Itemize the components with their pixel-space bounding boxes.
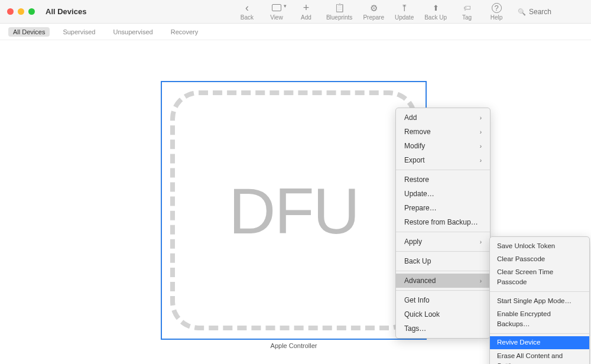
- close-window-button[interactable]: [7, 8, 14, 15]
- filter-all-devices[interactable]: All Devices: [8, 27, 50, 37]
- menu-tags[interactable]: Tags…: [396, 321, 490, 336]
- filter-bar: All Devices Supervised Unsupervised Reco…: [0, 24, 591, 40]
- menu-separator: [396, 170, 490, 170]
- submenu-save-unlock[interactable]: Save Unlock Token: [490, 239, 589, 252]
- menu-quick-look-label: Quick Look: [404, 309, 440, 320]
- blueprints-label: Blueprints: [326, 14, 352, 21]
- submenu-encrypted-backups[interactable]: Enable Encrypted Backups…: [490, 307, 589, 331]
- submenu-revive-label: Revive Device: [497, 337, 541, 347]
- chevron-right-icon: ›: [480, 238, 482, 246]
- submenu-clear-screen-time-label: Clear Screen Time Passcode: [497, 267, 582, 288]
- submenu-erase-label: Erase All Content and Settings: [497, 351, 582, 365]
- menu-apply[interactable]: Apply ›: [396, 235, 490, 249]
- menu-backup[interactable]: Back Up: [396, 254, 490, 268]
- submenu-single-app[interactable]: Start Single App Mode…: [490, 294, 589, 307]
- tag-button[interactable]: Tag: [454, 2, 480, 22]
- filter-unsupervised[interactable]: Unsupervised: [108, 27, 157, 37]
- context-menu: Add › Remove › Modify › Export › Restore…: [395, 108, 491, 339]
- blueprint-icon: [335, 3, 345, 13]
- back-button[interactable]: Back: [234, 2, 260, 22]
- maximize-window-button[interactable]: [28, 8, 35, 15]
- menu-advanced-label: Advanced: [404, 275, 436, 286]
- search-icon: [518, 8, 526, 16]
- minimize-window-button[interactable]: [18, 8, 24, 15]
- menu-update-label: Update…: [404, 188, 434, 199]
- tag-label: Tag: [462, 14, 472, 21]
- chevron-right-icon: ›: [480, 142, 482, 151]
- menu-separator: [490, 291, 589, 292]
- backup-button[interactable]: Back Up: [421, 2, 450, 22]
- menu-separator: [396, 251, 490, 252]
- plus-icon: [303, 3, 310, 13]
- update-label: Update: [395, 14, 414, 21]
- back-label: Back: [241, 14, 254, 21]
- submenu-erase-all[interactable]: Erase All Content and Settings: [490, 349, 589, 364]
- filter-recovery[interactable]: Recovery: [166, 27, 203, 37]
- submenu-single-app-label: Start Single App Mode…: [497, 296, 571, 306]
- chevron-right-icon: ›: [480, 128, 482, 136]
- gear-icon: [370, 3, 378, 13]
- menu-get-info[interactable]: Get Info: [396, 293, 490, 307]
- menu-apply-label: Apply: [404, 236, 422, 247]
- menu-restore-backup-label: Restore from Backup…: [404, 217, 478, 228]
- menu-remove-label: Remove: [404, 126, 431, 137]
- view-label: View: [270, 14, 283, 21]
- chevron-left-icon: [245, 3, 249, 13]
- advanced-submenu: Save Unlock Token Clear Passcode Clear S…: [489, 236, 590, 364]
- menu-separator: [396, 271, 490, 271]
- backup-icon: [433, 3, 439, 13]
- prepare-label: Prepare: [363, 14, 384, 21]
- window-title: All Devices: [46, 7, 86, 16]
- chevron-right-icon: ›: [480, 277, 482, 285]
- chevron-right-icon: ›: [480, 113, 482, 122]
- help-icon: [492, 3, 502, 13]
- menu-separator: [396, 232, 490, 232]
- menu-prepare-label: Prepare…: [404, 203, 437, 213]
- menu-get-info-label: Get Info: [404, 295, 430, 306]
- device-placeholder: DFU: [170, 90, 417, 330]
- submenu-clear-screen-time[interactable]: Clear Screen Time Passcode: [490, 266, 589, 290]
- menu-prepare[interactable]: Prepare…: [396, 201, 490, 215]
- help-label: Help: [491, 14, 503, 21]
- traffic-lights: [7, 8, 35, 15]
- menu-add[interactable]: Add ›: [396, 110, 490, 125]
- tag-icon: [463, 3, 471, 13]
- add-button[interactable]: Add: [293, 2, 319, 22]
- menu-export[interactable]: Export ›: [396, 153, 490, 167]
- submenu-encrypted-backups-label: Enable Encrypted Backups…: [497, 309, 582, 330]
- menu-restore-label: Restore: [404, 174, 429, 185]
- view-button[interactable]: View: [264, 2, 290, 22]
- menu-modify[interactable]: Modify ›: [396, 139, 490, 153]
- update-icon: [401, 3, 408, 13]
- menu-modify-label: Modify: [404, 141, 425, 151]
- blueprints-button[interactable]: Blueprints: [323, 2, 356, 22]
- menu-export-label: Export: [404, 155, 425, 165]
- view-icon: [272, 3, 281, 13]
- menu-quick-look[interactable]: Quick Look: [396, 307, 490, 321]
- menu-advanced[interactable]: Advanced ›: [396, 274, 490, 288]
- search-box[interactable]: [513, 6, 578, 17]
- menu-tags-label: Tags…: [404, 323, 426, 334]
- search-input[interactable]: [529, 8, 570, 16]
- toolbar: Back View Add Blueprints Prepare Update …: [234, 2, 578, 22]
- menu-separator: [396, 290, 490, 291]
- submenu-save-unlock-label: Save Unlock Token: [497, 241, 555, 251]
- prepare-button[interactable]: Prepare: [359, 2, 388, 22]
- menu-update[interactable]: Update…: [396, 187, 490, 201]
- menu-backup-label: Back Up: [404, 256, 431, 266]
- submenu-clear-passcode-label: Clear Passcode: [497, 254, 545, 264]
- device-card[interactable]: DFU Apple Controller: [161, 81, 427, 349]
- update-button[interactable]: Update: [391, 2, 417, 22]
- help-button[interactable]: Help: [483, 2, 509, 22]
- submenu-revive-device[interactable]: Revive Device: [490, 336, 589, 349]
- submenu-clear-passcode[interactable]: Clear Passcode: [490, 252, 589, 265]
- device-mode-text: DFU: [229, 173, 359, 248]
- menu-restore-backup[interactable]: Restore from Backup…: [396, 215, 490, 229]
- filter-supervised[interactable]: Supervised: [58, 27, 100, 37]
- menu-restore[interactable]: Restore: [396, 173, 490, 187]
- menu-remove[interactable]: Remove ›: [396, 125, 490, 139]
- device-box[interactable]: DFU: [161, 81, 427, 340]
- backup-label: Back Up: [424, 14, 447, 21]
- chevron-right-icon: ›: [480, 156, 482, 165]
- device-name-label: Apple Controller: [161, 342, 427, 349]
